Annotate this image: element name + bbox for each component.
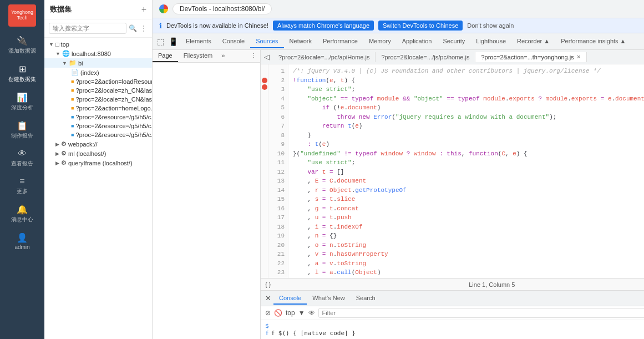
editor-tab-home-js[interactable]: ?proc=2&locale=.../js/pc/home.js [376, 52, 475, 62]
console-tab-console[interactable]: Console [273, 292, 307, 305]
breakpoint-marker[interactable] [262, 78, 267, 83]
info-icon: ℹ [159, 22, 162, 30]
sidebar-item-admin[interactable]: 👤 admin [0, 228, 44, 255]
console-tab-whats-new[interactable]: What's New [307, 292, 350, 305]
devtools-area: DevTools - localhost:8080/bi/ ℹ DevTools… [153, 0, 644, 339]
eye-icon[interactable]: 👁 [308, 309, 315, 317]
folder-icon: □ [55, 41, 59, 48]
tree-node-file-4[interactable]: ■ ?proc=2&action=homeLogo... [44, 104, 152, 113]
dataset-title: 数据集 [50, 4, 72, 14]
sidebar-item-message-center[interactable]: 🔔 消息中心 [0, 200, 44, 228]
gear-icon: ⚙ [61, 150, 67, 157]
notification-bar: ℹ DevTools is now available in Chinese! … [153, 18, 644, 33]
tree-node-file-5[interactable]: ■ ?proc=2&resource=/g5/h5/c... [44, 113, 152, 122]
tree-node-webpack[interactable]: ▶ ⚙ webpack:// [44, 139, 152, 149]
devtools-tabs-bar: ⬚ 📱 Elements Console Sources Network Per… [153, 33, 644, 50]
tree-node-file-3[interactable]: ■ ?proc=2&locale=zh_CN&last... [44, 95, 152, 104]
sources-panel-tabs: Page Filesystem » ⋮ [153, 50, 260, 63]
console-filter-input[interactable] [318, 308, 644, 318]
editor-nav-back[interactable]: ◁ [261, 53, 273, 61]
tab-sources[interactable]: Sources [250, 35, 283, 48]
tree-node-index[interactable]: 📄 (index) [44, 68, 152, 77]
sources-tabs-more[interactable]: » [218, 50, 228, 62]
editor-status-bar: { } Line 1, Column 5 Coverage: n/a [261, 278, 644, 290]
dismiss-notification-button[interactable]: Don't show again [467, 22, 514, 29]
device-toolbar-button[interactable]: 📱 [166, 37, 180, 46]
sidebar-item-view-report[interactable]: 👁 查看报告 [0, 144, 44, 172]
close-tab-icon[interactable]: ✕ [576, 54, 581, 60]
tab-recorder[interactable]: Recorder ▲ [511, 35, 555, 48]
context-dropdown-icon[interactable]: ▼ [298, 309, 305, 317]
chrome-logo [159, 4, 168, 13]
sidebar-item-more[interactable]: ≡ 更多 [0, 172, 44, 200]
code-content[interactable]: /*! jQuery v3.4.0 | (c) JS Foundation an… [288, 64, 644, 278]
chart-icon: 📊 [17, 92, 28, 103]
tab-lighthouse[interactable]: Lighthouse [470, 35, 511, 48]
breakpoint-marker[interactable] [262, 84, 267, 90]
console-tabs-bar: ✕ Console What's New Search [261, 291, 644, 306]
context-selector[interactable]: top [286, 309, 295, 317]
sources-tab-filesystem[interactable]: Filesystem [178, 50, 219, 62]
expand-arrow: ▶ [55, 141, 59, 147]
match-chrome-language-button[interactable]: Always match Chrome's language [273, 21, 374, 31]
tree-node-queryiframe[interactable]: ▶ ⚙ queryIframe (localhost/) [44, 158, 152, 168]
bell-icon: 🔔 [17, 204, 28, 215]
expand-arrow: ▶ [55, 160, 59, 166]
console-clear-button[interactable]: ⊘ [265, 309, 271, 317]
tree-node-top[interactable]: ▼ □ top [44, 40, 152, 49]
sources-tab-page[interactable]: Page [153, 50, 178, 62]
cursor-position: Line 1, Column 5 [469, 281, 515, 288]
sidebar-item-add-datasource[interactable]: 🔌 添加数据源 [0, 31, 44, 59]
tree-node-file-7[interactable]: ■ ?proc=2&resource=/g5/h5/c... [44, 130, 152, 139]
sidebar-logo: Yonghong Tech [8, 4, 36, 27]
tree-node-ml[interactable]: ▶ ⚙ ml (localhost/) [44, 149, 152, 158]
code-editor: 12345 678910 1112131415 1617181920 21222… [261, 64, 644, 278]
tab-security[interactable]: Security [437, 35, 470, 48]
folder-icon: 📁 [69, 59, 77, 67]
sidebar-item-make-report[interactable]: 📋 制作报告 [0, 116, 44, 144]
notification-text: DevTools is now available in Chinese! [166, 22, 268, 29]
console-tab-search[interactable]: Search [351, 292, 381, 305]
tab-performance[interactable]: Performance [317, 35, 363, 48]
search-icon: 🔍 [129, 24, 137, 32]
editor-tab-yonghong-js[interactable]: ?proc=2&action=...th=yonghong.js ✕ [475, 52, 586, 62]
tree-node-file-2[interactable]: ■ ?proc=2&locale=zh_CN&last... [44, 86, 152, 95]
tree-node-file-1[interactable]: ■ ?proc=2&action=loadResour... [44, 77, 152, 86]
dataset-search-input[interactable] [49, 23, 126, 34]
tab-network[interactable]: Network [284, 35, 317, 48]
dataset-add-button[interactable]: + [141, 4, 146, 14]
inspect-element-button[interactable]: ⬚ [155, 37, 166, 46]
tree-node-localhost[interactable]: ▼ 🌐 localhost:8080 [44, 49, 152, 58]
tree-node-file-6[interactable]: ■ ?proc=2&resource=/g5/h5/c... [44, 122, 152, 130]
tab-elements[interactable]: Elements [180, 35, 217, 48]
close-console-button[interactable]: ✕ [263, 294, 273, 302]
console-prompt: $ [265, 322, 269, 330]
grid-icon: ⊞ [19, 64, 26, 74]
expand-arrow: ▶ [55, 151, 59, 156]
console-toolbar: ⊘ 🚫 top ▼ 👁 Default le... [261, 306, 644, 320]
console-errors-button[interactable]: 🚫 [274, 309, 282, 317]
tab-memory[interactable]: Memory [363, 35, 397, 48]
tree-node-bi[interactable]: ▼ 📁 bi [44, 58, 152, 68]
expand-arrow: ▼ [49, 42, 54, 47]
sources-panel-menu[interactable]: ⋮ [247, 50, 260, 62]
switch-devtools-button[interactable]: Switch DevTools to Chinese [378, 21, 463, 31]
sidebar-item-deep-analysis[interactable]: 📊 深度分析 [0, 88, 44, 116]
file-icon: ■ [71, 97, 74, 102]
tab-console[interactable]: Console [217, 35, 250, 48]
gear-icon: ⚙ [61, 140, 67, 148]
tab-application[interactable]: Application [397, 35, 438, 48]
console-line-1: $ [265, 322, 644, 330]
dataset-panel: 数据集 + 🔍 ⋮ ▼ □ top ▼ 🌐 localhost:8080 ▼ [44, 0, 153, 339]
user-icon: 👤 [17, 232, 28, 243]
eye-icon: 👁 [18, 149, 27, 159]
editor-tab-api-home[interactable]: ?proc=2&locale=.../pc/apiHome.js [273, 52, 376, 62]
browser-url: DevTools - localhost:8080/bi/ [173, 3, 272, 14]
app-sidebar: Yonghong Tech 🔌 添加数据源 ⊞ 创建数据集 📊 深度分析 📋 制… [0, 0, 44, 339]
console-input-area: $ f f $() { [native code] } [261, 320, 644, 339]
sidebar-item-create-dataset[interactable]: ⊞ 创建数据集 [0, 59, 44, 88]
more-options-icon[interactable]: ⋮ [140, 24, 147, 32]
tab-performance-insights[interactable]: Performance insights ▲ [555, 35, 631, 48]
console-output: f $() { [native code] } [271, 330, 356, 337]
expand-arrow: ▼ [55, 51, 60, 57]
